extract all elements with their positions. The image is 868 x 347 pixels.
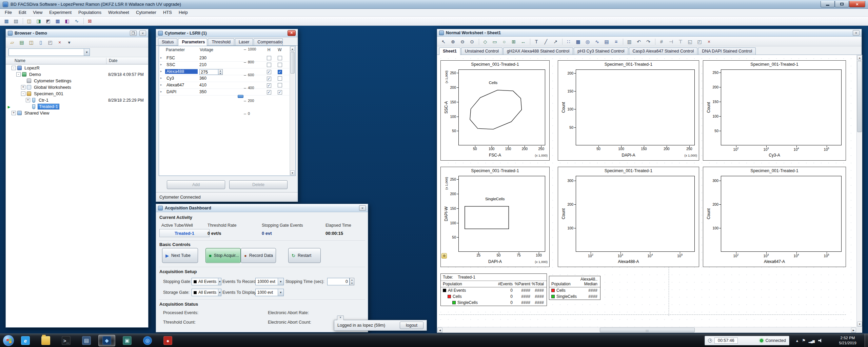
height-checkbox[interactable] xyxy=(267,56,271,60)
parameter-row-alexa647[interactable]: ▸Alexa647410✓ xyxy=(159,82,289,89)
parameter-row-cy3[interactable]: ▸Cy3360✓ xyxy=(159,75,289,82)
voltage-value[interactable]: 350 xyxy=(198,89,235,94)
width-checkbox[interactable] xyxy=(278,83,282,87)
median-row-singlecells[interactable]: SingleCells#### xyxy=(549,293,600,300)
plot-1-fsc-a[interactable]: Specimen_001-Treated-1Cells5010015020025… xyxy=(440,60,550,161)
next-tube-button[interactable]: ▶Next Tube xyxy=(162,248,198,263)
browser-filter-combobox[interactable]: ▼ xyxy=(8,48,90,56)
print-icon[interactable]: ▥ xyxy=(625,38,634,45)
voltage-stepper[interactable]: ▲▼ xyxy=(218,69,223,75)
new-folder-icon[interactable]: ▱ xyxy=(8,39,17,46)
parameter-name[interactable]: DAPI xyxy=(165,89,198,94)
minimize-button[interactable] xyxy=(821,1,835,7)
voltage-value[interactable]: 230 xyxy=(198,56,235,60)
tree-item-lopezr[interactable]: -LopezR xyxy=(6,65,148,71)
show-desktop-button[interactable] xyxy=(865,334,868,347)
cytometer-tab-laser[interactable]: Laser xyxy=(235,38,253,45)
plot-frame[interactable]: SingleCells xyxy=(458,176,545,252)
hts-close-icon[interactable]: ⊠ xyxy=(85,17,94,25)
parameter-row-dapi[interactable]: ▸DAPI350✓✓ xyxy=(159,89,289,96)
chevron-down-icon[interactable]: ▼ xyxy=(84,49,90,56)
height-checkbox[interactable] xyxy=(267,63,271,67)
cytometer-tab-status[interactable]: Status xyxy=(158,38,177,45)
ellipse-gate-icon[interactable]: ○ xyxy=(500,38,509,45)
worksheet-tab-unstained-control[interactable]: Unstained Control xyxy=(461,47,502,55)
axis-zoom-icon[interactable]: ⊕ xyxy=(441,253,447,259)
cytometer-close-button[interactable]: × xyxy=(288,30,296,36)
menu-help[interactable]: Help xyxy=(175,9,191,16)
scroll-up-icon[interactable]: ▲ xyxy=(290,46,295,51)
events-to-record-select[interactable]: 10000 evt ▼ xyxy=(255,278,284,285)
taskbar-teal-app-icon[interactable]: ▣ xyxy=(119,335,136,346)
plot-frame[interactable] xyxy=(576,69,695,145)
worksheet-tab-ph3-cy3-stained-control[interactable]: pH3 Cy3 Stained Control xyxy=(574,47,628,55)
width-checkbox[interactable]: ✓ xyxy=(278,70,282,74)
biexponential-editor-icon[interactable]: ∿ xyxy=(72,17,81,25)
parameter-row-fsc[interactable]: ▸FSC230 xyxy=(159,55,289,62)
volume-icon[interactable] xyxy=(818,339,823,343)
start-button[interactable] xyxy=(3,335,14,346)
scroll-left-icon[interactable]: ◀ xyxy=(437,328,442,333)
menu-view[interactable]: View xyxy=(29,9,46,16)
new-tube-icon[interactable]: ▯ xyxy=(36,39,45,46)
menu-hts[interactable]: HTS xyxy=(160,9,175,16)
cytometer-tab-threshold[interactable]: Threshold xyxy=(208,38,234,45)
taskbar-console-app-icon[interactable]: >_ xyxy=(58,335,75,346)
tree-item-shared-view[interactable]: +Shared View xyxy=(6,110,148,116)
stopping-time-stepper[interactable]: ▲▼ xyxy=(350,278,354,285)
maximize-button[interactable] xyxy=(835,1,849,7)
height-checkbox[interactable]: ✓ xyxy=(267,83,271,88)
menu-cytometer[interactable]: Cytometer xyxy=(133,9,160,16)
worksheet-titlebar[interactable]: Normal Worksheet - Sheet1 × xyxy=(437,29,862,37)
voltage-value[interactable]: 360 xyxy=(198,76,235,81)
parameter-name[interactable]: Alexa488 xyxy=(165,69,198,74)
taskbar-network-globe-icon[interactable]: ◎ xyxy=(139,335,156,346)
tree-item-global-worksheets[interactable]: +Global Worksheets xyxy=(6,84,148,90)
worksheet-tab-sheet1[interactable]: Sheet1 xyxy=(439,47,460,55)
width-checkbox[interactable] xyxy=(278,76,282,81)
width-checkbox[interactable] xyxy=(278,56,282,60)
stopping-gate-select[interactable]: All Events ▼ xyxy=(192,278,221,285)
acquisition-dashboard-icon[interactable]: ◧ xyxy=(63,17,72,25)
height-checkbox[interactable]: ✓ xyxy=(267,77,271,81)
redo-icon[interactable]: ↷ xyxy=(644,38,653,45)
voltage-slider[interactable]: 10008006004002000 xyxy=(240,47,264,119)
worksheet-horizontal-scrollbar[interactable]: ◀ ||| ▶ xyxy=(437,327,856,333)
statistics-table[interactable]: Tube:Treated-1Population#Events%Parent%T… xyxy=(440,273,547,306)
pointer-tool-icon[interactable]: ↖ xyxy=(439,38,448,45)
chevron-down-icon[interactable]: ▼ xyxy=(278,289,283,296)
parameter-name[interactable]: FSC xyxy=(165,56,198,60)
density-plot-icon[interactable]: ▩ xyxy=(574,38,583,45)
voltage-value[interactable]: 410 xyxy=(198,83,235,87)
menu-edit[interactable]: Edit xyxy=(15,9,29,16)
menu-file[interactable]: File xyxy=(1,9,15,16)
median-row-cells[interactable]: Cells#### xyxy=(549,287,600,293)
cytometer-titlebar[interactable]: Cytometer - LSRII (1) × xyxy=(156,29,298,37)
population-hierarchy-icon[interactable]: ≡ xyxy=(612,38,620,45)
plot-4-dapi-a[interactable]: Specimen_001-Treated-1SingleCells5010015… xyxy=(440,167,550,267)
worksheet-tab-casp3-alexa647-stained-control[interactable]: Casp3 Alexa647 Stained Control xyxy=(629,47,698,55)
taskbar-red-app-icon[interactable]: ● xyxy=(159,335,176,346)
worksheet-canvas[interactable]: Tube:Treated-1Population#Events%Parent%T… xyxy=(437,55,862,333)
cytometer-icon[interactable]: ◨ xyxy=(34,17,43,25)
gate-label-singlecells[interactable]: SingleCells xyxy=(485,197,505,201)
polygon-gate-icon[interactable]: ◇ xyxy=(481,38,490,45)
tree-expander-icon[interactable]: + xyxy=(26,98,30,102)
plot-frame[interactable] xyxy=(721,176,842,252)
width-checkbox[interactable]: ✓ xyxy=(278,90,282,95)
delete-parameter-button[interactable]: Delete xyxy=(229,180,288,189)
cytometer-tab-parameters[interactable]: Parameters xyxy=(178,38,207,46)
send-to-back-icon[interactable]: ◰ xyxy=(695,38,704,45)
tree-expander-icon[interactable]: - xyxy=(12,66,16,70)
column-separator[interactable] xyxy=(106,58,106,64)
tree-item-ctr-1[interactable]: +Ctr-18/29/18 2:25:29 PM xyxy=(6,97,148,103)
menu-worksheet[interactable]: Worksheet xyxy=(105,9,133,16)
network-icon[interactable]: ▂▄▆ xyxy=(809,339,814,344)
browser-icon[interactable]: ◫ xyxy=(25,17,34,25)
voltage-value[interactable]: 210 xyxy=(198,62,235,67)
line-tool-icon[interactable]: ╱ xyxy=(541,38,550,45)
browser-float-button[interactable]: ❐ xyxy=(130,30,137,36)
dot-plot-icon[interactable]: ∷ xyxy=(564,38,573,45)
statistics-view-icon[interactable]: ▤ xyxy=(602,38,611,45)
cytometer-tab-compensation[interactable]: Compensation xyxy=(254,38,283,45)
